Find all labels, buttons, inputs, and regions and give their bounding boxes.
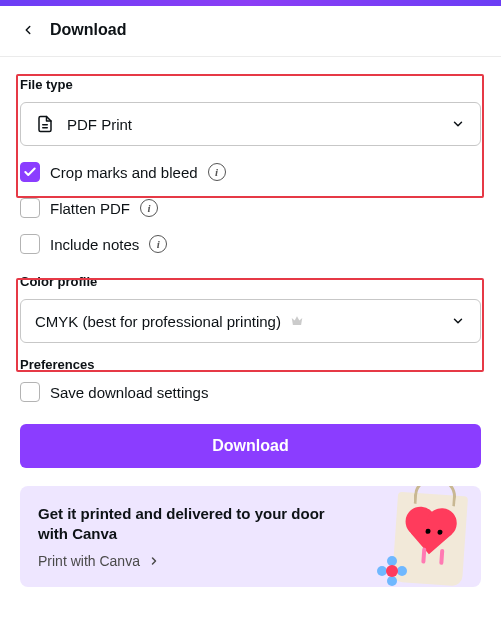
flatten-checkbox[interactable] (20, 198, 40, 218)
download-button[interactable]: Download (20, 424, 481, 468)
info-icon[interactable]: i (140, 199, 158, 217)
promo-illustration (373, 492, 473, 587)
promo-title: Get it printed and delivered to your doo… (38, 504, 353, 543)
info-icon[interactable]: i (208, 163, 226, 181)
info-icon[interactable]: i (149, 235, 167, 253)
back-button[interactable] (16, 18, 40, 42)
color-profile-label: Color profile (20, 274, 481, 289)
color-profile-value: CMYK (best for professional printing) (35, 313, 281, 330)
chevron-right-icon (148, 555, 160, 567)
document-icon (35, 114, 55, 134)
flatten-label: Flatten PDF (50, 200, 130, 217)
crop-marks-label: Crop marks and bleed (50, 164, 198, 181)
chevron-down-icon (450, 313, 466, 329)
save-settings-checkbox[interactable] (20, 382, 40, 402)
save-settings-label: Save download settings (50, 384, 208, 401)
page-title: Download (50, 21, 126, 39)
crop-marks-checkbox[interactable] (20, 162, 40, 182)
filetype-value: PDF Print (67, 116, 450, 133)
promo-link-text: Print with Canva (38, 553, 140, 569)
preferences-label: Preferences (20, 357, 481, 372)
filetype-label: File type (20, 77, 481, 92)
notes-label: Include notes (50, 236, 139, 253)
color-profile-dropdown[interactable]: CMYK (best for professional printing) (20, 299, 481, 343)
filetype-dropdown[interactable]: PDF Print (20, 102, 481, 146)
print-promo: Get it printed and delivered to your doo… (20, 486, 481, 587)
print-with-canva-link[interactable]: Print with Canva (38, 553, 353, 569)
crown-icon (289, 313, 305, 329)
chevron-down-icon (450, 116, 466, 132)
notes-checkbox[interactable] (20, 234, 40, 254)
